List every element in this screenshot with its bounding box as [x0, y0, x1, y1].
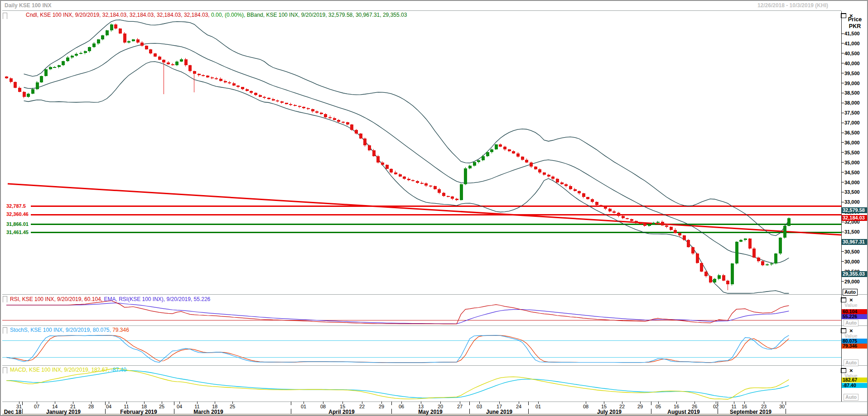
date-month-label: January 2019	[46, 409, 81, 415]
price-tick-label: 37,000	[844, 120, 860, 125]
price-badge: 29,355.03	[842, 271, 868, 277]
date-day-label: 08	[583, 404, 588, 409]
date-month-label: Dec 18	[4, 409, 22, 415]
macd-axis-auto-button[interactable]: Auto	[844, 394, 858, 401]
date-month-label: August 2019	[667, 409, 699, 415]
price-badge: 30,967.31	[842, 239, 868, 245]
date-day-label: 06	[399, 404, 404, 409]
rsi-ema-legend: EMA, RSI(KSE 100 INX), 9/20/2019, 55.226	[104, 296, 210, 302]
price-level-label: 32,360.46	[6, 211, 29, 217]
price-tick-label: 33,500	[844, 189, 860, 195]
close-icon[interactable]: ×	[849, 368, 853, 373]
date-month-label: March 2019	[193, 409, 223, 415]
date-range-label: 12/26/2018 - 10/3/2019 (KHI)	[757, 2, 828, 9]
main-legend: Cndl, KSE 100 INX, 9/20/2019, 32,184.03,…	[26, 12, 407, 18]
date-month-label: July 2019	[597, 409, 622, 415]
date-month-label: April 2019	[328, 409, 354, 415]
stoch-d-legend: 79.346	[112, 327, 129, 333]
price-tick-label: 37,500	[844, 110, 860, 115]
price-tick-label: 38,000	[844, 100, 860, 105]
stoch-legend: StochS, KSE 100 INX, 9/20/2019, 80.075, …	[10, 327, 129, 333]
date-day-label: 04	[106, 404, 111, 409]
price-tick-label: 41,000	[844, 41, 860, 46]
price-badge: 32,184.03	[842, 215, 868, 221]
date-month-label: May 2019	[418, 409, 442, 415]
date-day-label: 29	[637, 404, 643, 409]
maximize-icon[interactable]	[841, 297, 846, 302]
date-day-label: 25	[230, 404, 235, 409]
price-tick-label: 31,500	[844, 229, 860, 234]
macd-legend: MACD, KSE 100 INX, 9/20/2019, 182.67, -8…	[10, 367, 126, 373]
price-level-label: 31,866.01	[6, 221, 29, 227]
date-day-label: 03	[477, 404, 482, 409]
maximize-icon[interactable]	[841, 328, 846, 333]
stoch-d-value-badge: 79.346	[842, 344, 868, 349]
price-tick-label: 34,500	[844, 170, 860, 175]
stoch-axis-auto-button[interactable]: Auto	[844, 359, 858, 366]
maximize-icon[interactable]	[841, 13, 846, 18]
price-tick-label: 39,500	[844, 71, 860, 76]
rsi-axis-auto-button[interactable]: Auto	[844, 320, 858, 326]
price-tick-label: 39,000	[844, 81, 860, 86]
price-tick-label: 40,500	[844, 51, 860, 56]
price-badge: 32,579.58	[842, 207, 868, 213]
price-tick-label: 35,000	[844, 160, 860, 165]
price-tick-label: 30,000	[844, 259, 860, 264]
price-axis-auto-button[interactable]: Auto	[843, 289, 858, 296]
close-icon[interactable]: ×	[849, 298, 853, 302]
macd-value-badge: 182.67	[842, 378, 868, 383]
price-axis-title-line2: PKR	[843, 23, 867, 30]
stoch-k-legend: StochS, KSE 100 INX, 9/20/2019, 80.075,	[10, 327, 111, 333]
date-day-label: 22	[359, 404, 365, 409]
price-tick-label: 40,000	[844, 61, 860, 66]
date-day-label: 27	[457, 404, 463, 409]
price-tick-label: 38,500	[844, 90, 860, 96]
date-day-label: 08	[320, 404, 326, 409]
date-month-label: June 2019	[486, 409, 512, 415]
date-day-label: 04	[177, 404, 182, 409]
date-day-label: 25	[159, 404, 164, 409]
macd-signal-value-badge: -87.40	[842, 383, 868, 388]
bband-legend: BBand, KSE 100 INX, 9/20/2019, 32,579.58…	[247, 12, 407, 18]
date-day-label: 02	[713, 404, 719, 409]
change-legend: 0.00, (0.00%),	[211, 12, 245, 18]
price-tick-label: 41,500	[844, 31, 860, 36]
chart-canvas[interactable]	[1, 1, 868, 416]
date-day-label: 28	[88, 404, 94, 409]
maximize-icon[interactable]	[841, 368, 846, 373]
price-axis-title: Price PKR	[843, 16, 867, 30]
price-tick-label: 36,500	[844, 130, 860, 135]
date-day-label: 01	[535, 404, 541, 409]
price-tick-label: 34,000	[844, 180, 860, 185]
rsi-ema-value-badge: 55.226	[842, 314, 868, 319]
date-month-label: September 2019	[730, 409, 772, 415]
main-panel-controls: ×	[841, 13, 856, 18]
price-level-label: 32,787.5	[6, 203, 26, 209]
chart-window: Daily KSE 100 INX 12/26/2018 - 10/3/2019…	[0, 0, 868, 416]
price-tick-label: 35,500	[844, 150, 860, 155]
close-icon[interactable]: ×	[849, 329, 853, 333]
price-tick-label: 36,000	[844, 140, 860, 145]
window-title: Daily KSE 100 INX	[5, 2, 51, 9]
price-tick-label: 33,000	[844, 199, 860, 205]
rsi-legend: RSI, KSE 100 INX, 9/20/2019, 60.104, EMA…	[10, 296, 210, 302]
stoch-panel-controls: ×	[841, 328, 856, 333]
date-day-label: 30	[779, 404, 785, 409]
date-day-label: 29	[379, 404, 384, 409]
rsi-legend-line: RSI, KSE 100 INX, 9/20/2019, 60.104,	[10, 296, 102, 302]
macd-panel-controls: ×	[841, 368, 856, 373]
date-day-label: 07	[34, 404, 39, 409]
price-level-label: 31,461.45	[6, 230, 29, 235]
price-tick-label: 30,500	[844, 249, 860, 254]
date-day-label: 01	[301, 404, 306, 409]
close-icon[interactable]: ×	[849, 14, 853, 18]
rsi-panel-controls: ×	[841, 297, 856, 302]
date-month-label: February 2019	[120, 409, 157, 415]
price-tick-label: 29,000	[844, 279, 860, 284]
date-day-label: 05	[656, 404, 661, 409]
date-day-label: 24	[516, 404, 521, 409]
candle-legend: Cndl, KSE 100 INX, 9/20/2019, 32,184.03,…	[26, 12, 210, 18]
rsi-axis-value-label: Value	[844, 302, 867, 308]
macd-line-legend: MACD, KSE 100 INX, 9/20/2019, 182.67,	[10, 367, 109, 373]
macd-signal-legend: -87.40	[111, 367, 126, 373]
